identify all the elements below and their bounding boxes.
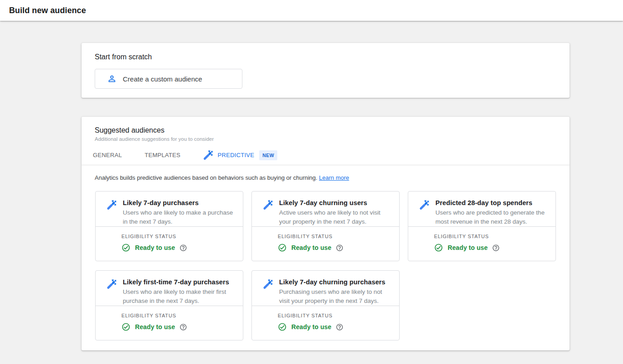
suggested-audiences-subtitle: Additional audience suggestions for you …: [95, 136, 556, 142]
audience-card-description: Users who are likely to make a purchase …: [123, 208, 235, 226]
help-icon[interactable]: [179, 323, 187, 331]
start-from-scratch-title: Start from scratch: [95, 53, 556, 61]
status-ready-to-use: Ready to use: [135, 244, 175, 251]
help-icon[interactable]: [336, 323, 343, 331]
audience-card-predicted-28-day-top-spenders[interactable]: Predicted 28-day top spenders Users who …: [408, 191, 556, 261]
person-icon: [107, 74, 117, 84]
status-ready-to-use: Ready to use: [291, 244, 331, 251]
audience-card-description: Purchasing users who are likely to not v…: [279, 287, 391, 305]
help-icon[interactable]: [179, 244, 187, 252]
page-title: Build new audience: [9, 6, 86, 15]
suggested-audiences-card: Suggested audiences Additional audience …: [82, 117, 570, 350]
main-content: Start from scratch Create a custom audie…: [0, 21, 623, 364]
new-badge: NEW: [259, 150, 277, 160]
audience-card-description: Active users who are likely to not visit…: [279, 208, 391, 226]
eligibility-status-label: ELIGIBILITY STATUS: [434, 234, 548, 239]
audience-card-title: Likely 7-day purchasers: [123, 199, 235, 206]
magic-wand-icon: [106, 200, 117, 226]
status-ready-to-use: Ready to use: [448, 244, 488, 251]
check-circle-icon: [121, 322, 130, 331]
magic-wand-icon: [106, 279, 117, 306]
status-ready-to-use: Ready to use: [291, 323, 331, 330]
audience-card-likely-first-time-7-day-purchasers[interactable]: Likely first-time 7-day purchasers Users…: [95, 270, 243, 340]
start-from-scratch-card: Start from scratch Create a custom audie…: [82, 43, 570, 98]
eligibility-status-label: ELIGIBILITY STATUS: [121, 234, 236, 239]
audience-tabs: GENERAL TEMPLATES PREDICTIVE NEW: [82, 145, 570, 165]
audience-card-title: Predicted 28-day top spenders: [435, 199, 547, 206]
magic-wand-icon: [263, 279, 273, 306]
tab-templates[interactable]: TEMPLATES: [145, 145, 180, 165]
suggested-audiences-title: Suggested audiences: [95, 126, 556, 134]
audience-card-title: Likely 7-day churning purchasers: [279, 278, 391, 286]
magic-wand-icon: [419, 200, 430, 226]
learn-more-link[interactable]: Learn more: [319, 174, 349, 181]
audience-card-likely-7-day-churning-purchasers[interactable]: Likely 7-day churning purchasers Purchas…: [251, 270, 400, 340]
create-custom-audience-label: Create a custom audience: [123, 75, 202, 83]
audience-card-description: Users who are likely to make their first…: [123, 287, 235, 305]
audience-card-description: Users who are predicted to generate the …: [435, 208, 547, 226]
tab-general[interactable]: GENERAL: [93, 145, 122, 165]
page-header: Build new audience: [0, 0, 623, 21]
create-custom-audience-button[interactable]: Create a custom audience: [95, 69, 242, 89]
check-circle-icon: [434, 243, 443, 252]
help-icon[interactable]: [492, 244, 500, 252]
magic-wand-icon: [263, 200, 273, 226]
eligibility-status-label: ELIGIBILITY STATUS: [278, 313, 392, 318]
eligibility-status-label: ELIGIBILITY STATUS: [121, 313, 236, 318]
audience-card-grid: Likely 7-day purchasers Users who are li…: [82, 191, 570, 350]
check-circle-icon: [278, 243, 287, 252]
audience-card-title: Likely 7-day churning users: [279, 199, 391, 206]
status-ready-to-use: Ready to use: [135, 323, 175, 330]
help-icon[interactable]: [336, 244, 343, 252]
audience-card-title: Likely first-time 7-day purchasers: [123, 278, 235, 286]
check-circle-icon: [121, 243, 130, 252]
audience-card-likely-7-day-churning-users[interactable]: Likely 7-day churning users Active users…: [251, 191, 400, 261]
audience-card-likely-7-day-purchasers[interactable]: Likely 7-day purchasers Users who are li…: [95, 191, 243, 261]
tab-predictive[interactable]: PREDICTIVE NEW: [203, 145, 277, 165]
magic-wand-icon: [203, 150, 213, 160]
check-circle-icon: [278, 322, 287, 331]
predictive-description: Analytics builds predictive audiences ba…: [82, 165, 570, 191]
suggested-audiences-header: Suggested audiences Additional audience …: [82, 126, 570, 142]
eligibility-status-label: ELIGIBILITY STATUS: [278, 234, 392, 239]
